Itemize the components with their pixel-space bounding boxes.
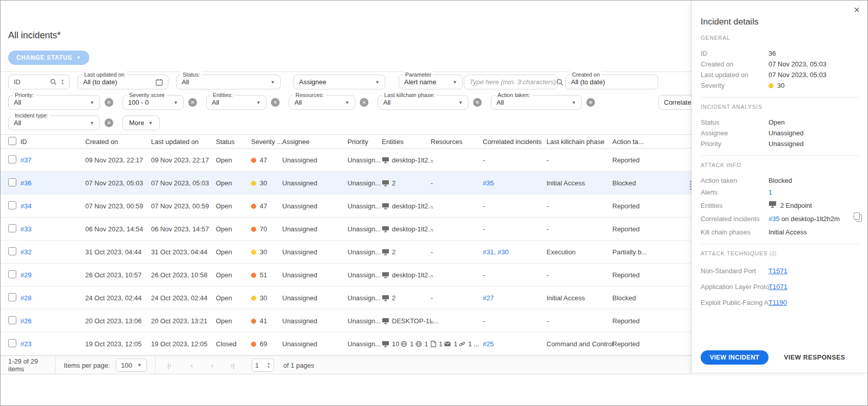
row-checkbox[interactable] <box>8 293 16 301</box>
change-status-button[interactable]: CHANGE STATUS ▼ <box>8 51 89 65</box>
correlated-incident-link[interactable]: #25 <box>483 340 494 348</box>
clear-severity-filter-icon[interactable]: ✕ <box>188 98 197 107</box>
last-killchain-filter[interactable]: Last killchain phase: All ▼ <box>378 95 468 110</box>
assignee-filter[interactable]: Assignee ▼ <box>293 75 385 89</box>
correlated-incident-link[interactable]: #30 <box>498 248 509 256</box>
view-incident-button[interactable]: VIEW INCIDENT <box>701 350 768 365</box>
header-id[interactable]: ID <box>20 138 85 146</box>
last-page-icon[interactable]: ›| <box>224 362 241 369</box>
alerts-count-link[interactable]: 1 <box>768 187 772 198</box>
id-filter-input[interactable]: ID ▲▼ <box>8 75 70 89</box>
general-section-heading: GENERAL <box>701 35 860 41</box>
search-icon[interactable] <box>556 79 563 86</box>
page-number-input[interactable]: 1 ▲▼ <box>252 359 274 372</box>
resources-filter[interactable]: Resources: All ▼ <box>289 95 355 110</box>
panel-title: Incident details <box>701 17 758 27</box>
last-updated-filter[interactable]: Last updated on All (to date) <box>78 75 168 89</box>
clear-action-filter-icon[interactable]: ✕ <box>586 98 595 107</box>
correlated-incident-link[interactable]: #35 <box>483 179 494 187</box>
technique-link[interactable]: T1571 <box>768 266 787 276</box>
incident-id-link[interactable]: #29 <box>20 271 32 279</box>
more-filters-button[interactable]: More ▼ <box>122 115 160 130</box>
header-killchain[interactable]: Last killchain phase <box>547 138 612 146</box>
header-priority[interactable]: Priority <box>348 138 382 146</box>
header-last-updated[interactable]: Last updated on <box>151 138 216 146</box>
prev-page-icon[interactable]: ‹ <box>183 362 201 369</box>
incident-id-link[interactable]: #34 <box>20 202 32 210</box>
severity-score-filter[interactable]: Severity score 100 - 0 ▼ <box>122 95 184 110</box>
clear-incident-type-filter-icon[interactable]: ✕ <box>105 118 113 127</box>
technique-link[interactable]: T1071 <box>768 281 787 292</box>
view-responses-button[interactable]: VIEW RESPONSES <box>784 354 845 361</box>
table-row[interactable]: #3306 Nov 2023, 14:5406 Nov 2023, 14:57O… <box>0 218 691 241</box>
items-per-page-select[interactable]: 100 ▼ <box>116 359 147 372</box>
action-taken-filter[interactable]: Action taken: All ▼ <box>491 95 582 110</box>
row-checkbox[interactable] <box>8 270 16 278</box>
table-row[interactable]: #2319 Oct 2023, 12:0519 Oct 2023, 12:05C… <box>0 332 691 355</box>
table-row[interactable]: #3407 Nov 2023, 00:5907 Nov 2023, 00:59O… <box>0 195 691 218</box>
header-assignee[interactable]: Assignee <box>282 138 348 146</box>
parameter-search-input[interactable]: Type here (min. 3 characters) <box>464 75 558 89</box>
technique-link[interactable]: T1190 <box>768 297 787 308</box>
select-all-checkbox[interactable] <box>8 137 16 145</box>
page-stepper[interactable]: ▲▼ <box>267 362 270 369</box>
incident-id-link[interactable]: #33 <box>20 225 32 233</box>
created-on-filter[interactable]: Created on All (to date) <box>565 75 658 89</box>
first-page-icon[interactable]: |‹ <box>161 362 178 369</box>
incident-id-link[interactable]: #32 <box>20 248 32 256</box>
row-checkbox[interactable] <box>8 316 16 324</box>
entities-filter[interactable]: Entities: All ▼ <box>206 95 266 110</box>
table-row[interactable]: #3709 Nov 2023, 22:1709 Nov 2023, 22:17O… <box>0 149 691 172</box>
row-checkbox[interactable] <box>8 155 16 163</box>
row-checkbox[interactable] <box>8 247 16 255</box>
header-status[interactable]: Status <box>216 138 251 146</box>
clear-entities-filter-icon[interactable]: ✕ <box>271 98 280 107</box>
correlated-incident-link[interactable]: #31 <box>483 248 498 256</box>
cell-priority: Unassign... <box>348 340 382 348</box>
clear-killchain-filter-icon[interactable]: ✕ <box>473 98 482 107</box>
incident-id-link[interactable]: #28 <box>20 294 32 302</box>
next-page-icon[interactable]: › <box>204 362 221 369</box>
priority-filter-label: Priority: <box>13 91 36 99</box>
row-checkbox[interactable] <box>8 178 16 186</box>
incident-id-link[interactable]: #26 <box>20 317 32 325</box>
table-row[interactable]: #2620 Oct 2023, 13:0620 Oct 2023, 13:21O… <box>0 309 691 332</box>
cell-resources: - <box>431 248 483 256</box>
table-row[interactable]: #3607 Nov 2023, 05:0307 Nov 2023, 05:03O… <box>0 172 691 195</box>
severity-dot <box>251 319 256 324</box>
cell-action-taken: Reported <box>612 156 691 164</box>
cell-resources: 111 ... <box>431 340 483 348</box>
detail-row-alerts: Alerts 1 . <box>701 187 860 198</box>
header-created-on[interactable]: Created on <box>85 138 151 146</box>
row-checkbox[interactable] <box>8 201 16 209</box>
status-filter[interactable]: Status: All ▼ <box>176 75 281 89</box>
header-correlated[interactable]: Correlated incidents <box>483 138 547 146</box>
table-row[interactable]: #2824 Oct 2023, 02:4424 Oct 2023, 02:44O… <box>0 286 691 309</box>
header-severity[interactable]: Severity ... <box>251 138 282 146</box>
correlated-incident-link[interactable]: #27 <box>483 294 494 302</box>
row-checkbox[interactable] <box>8 224 16 232</box>
table-row[interactable]: #3231 Oct 2023, 04:4431 Oct 2023, 04:44O… <box>0 241 691 264</box>
cell-entities: desktop-1lt2... <box>382 271 431 279</box>
correlated-filter[interactable]: Correlated <box>658 95 691 110</box>
header-resources[interactable]: Resources <box>431 138 483 146</box>
incident-id-link[interactable]: #36 <box>20 179 32 187</box>
close-icon[interactable]: × <box>854 4 860 16</box>
priority-filter[interactable]: Priority: All ▼ <box>8 95 100 110</box>
copy-icon[interactable] <box>856 214 862 222</box>
clear-resources-filter-icon[interactable]: ✕ <box>360 98 368 107</box>
parameter-filter[interactable]: Parameter Alert name ▼ <box>399 75 463 89</box>
number-stepper[interactable]: ▲▼ <box>61 79 64 85</box>
severity-value: 51 <box>260 271 267 279</box>
incident-id-link[interactable]: #37 <box>20 156 32 164</box>
header-action-taken[interactable]: Action ta... <box>612 138 691 146</box>
correlated-incident-link[interactable]: #35 <box>768 215 780 223</box>
row-checkbox[interactable] <box>8 339 16 347</box>
calendar-icon[interactable] <box>156 79 163 86</box>
panel-resize-handle[interactable] <box>690 181 691 190</box>
incident-type-filter[interactable]: Incident type: All ▼ <box>8 115 100 130</box>
clear-priority-filter-icon[interactable]: ✕ <box>105 98 113 107</box>
table-row[interactable]: #2926 Oct 2023, 10:5726 Oct 2023, 10:58O… <box>0 264 691 286</box>
header-entities[interactable]: Entities <box>382 138 431 146</box>
incident-id-link[interactable]: #23 <box>20 340 32 348</box>
